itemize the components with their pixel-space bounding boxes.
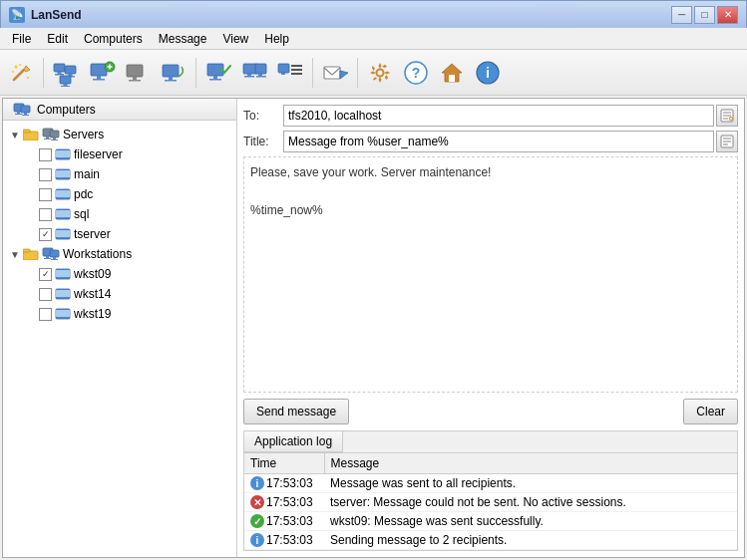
tree-item-main[interactable]: main	[3, 164, 236, 184]
title-icon-button[interactable]	[716, 131, 738, 152]
svg-rect-23	[129, 80, 141, 82]
toolbar: ? i	[0, 50, 747, 96]
settings-button[interactable]	[363, 55, 397, 91]
computers-tab[interactable]: Computers	[3, 99, 236, 121]
svg-rect-33	[255, 64, 266, 74]
svg-rect-41	[324, 67, 340, 79]
svg-rect-83	[56, 270, 70, 277]
monitor-list-button[interactable]	[273, 55, 307, 91]
svg-rect-31	[247, 74, 251, 76]
svg-rect-79	[50, 250, 59, 257]
svg-rect-17	[93, 79, 105, 81]
main-checkbox[interactable]	[39, 168, 52, 181]
svg-rect-51	[17, 112, 20, 114]
log-time-3: ✓ 17:53:03	[244, 512, 324, 531]
menu-edit[interactable]: Edit	[39, 30, 76, 48]
close-button[interactable]: ✕	[717, 6, 738, 24]
svg-rect-32	[244, 76, 254, 78]
wkst09-monitor-icon	[55, 268, 71, 280]
wkst19-checkbox[interactable]	[39, 308, 52, 321]
maximize-button[interactable]: □	[694, 6, 715, 24]
workstations-toggle[interactable]: ▼	[7, 246, 23, 262]
wkst19-label: wkst19	[74, 307, 111, 321]
home-button[interactable]	[435, 55, 469, 91]
svg-line-0	[14, 70, 24, 80]
log-icon-error-2: ✕	[250, 495, 264, 509]
message-area[interactable]: Please, save your work. Server maintenan…	[243, 156, 738, 393]
log-msg-4: Sending message to 2 recipients.	[324, 531, 737, 550]
svg-rect-25	[169, 77, 173, 80]
servers-folder-icon	[23, 129, 39, 140]
log-icon-info-4: i	[250, 533, 264, 547]
tree-workstations-group[interactable]: ▼ Workstations	[3, 244, 236, 264]
toolbar-sep-4	[357, 58, 358, 88]
tree-item-wkst19[interactable]: wkst19	[3, 304, 236, 324]
tree-servers-group[interactable]: ▼ Servers	[3, 125, 236, 144]
workstations-label: Workstations	[63, 247, 132, 261]
remove-computer-button[interactable]	[121, 55, 155, 91]
svg-point-5	[27, 77, 29, 79]
svg-rect-87	[56, 310, 70, 317]
servers-toggle[interactable]: ▼	[7, 127, 23, 142]
tree-item-sql[interactable]: sql	[3, 204, 236, 224]
new-group-button[interactable]	[49, 55, 83, 91]
menu-computers[interactable]: Computers	[76, 30, 151, 48]
table-row: ✕ 17:53:03 tserver: Message could not be…	[244, 493, 737, 512]
pdc-checkbox[interactable]	[39, 188, 52, 201]
wkst14-label: wkst14	[74, 287, 111, 301]
svg-rect-61	[50, 131, 59, 138]
svg-rect-47	[449, 75, 455, 82]
svg-rect-28	[213, 76, 217, 79]
table-row: ✓ 17:53:03 wkst09: Message was sent succ…	[244, 512, 737, 531]
svg-rect-22	[133, 77, 137, 80]
toolbar-sep-2	[195, 58, 196, 88]
help-button[interactable]: ?	[399, 55, 433, 91]
svg-point-2	[15, 65, 18, 68]
svg-rect-53	[21, 106, 30, 113]
send-message-toolbar-button[interactable]	[318, 55, 352, 91]
title-row: Title:	[243, 131, 738, 152]
monitor-arrow-button[interactable]	[237, 55, 271, 91]
tserver-checkbox[interactable]: ✓	[39, 228, 52, 241]
log-msg-2: tserver: Message could not be sent. No a…	[324, 493, 737, 512]
refresh-button[interactable]	[157, 55, 190, 91]
tree-item-wkst09[interactable]: ✓ wkst09	[3, 264, 236, 284]
app-log-tab[interactable]: Application log	[244, 431, 343, 452]
toolbar-sep-1	[43, 58, 44, 88]
send-message-button[interactable]: Send message	[243, 399, 349, 424]
tree-container[interactable]: ▼ Servers	[3, 121, 236, 557]
svg-rect-56	[23, 132, 38, 140]
log-tbody: i 17:53:03 Message was sent to all recip…	[244, 474, 737, 550]
menu-message[interactable]: Message	[151, 30, 215, 48]
title-input[interactable]	[283, 131, 714, 152]
wand-tool-button[interactable]	[4, 55, 38, 91]
sql-checkbox[interactable]	[39, 208, 52, 221]
title-bar: 📡 LanSend ─ □ ✕	[0, 0, 747, 28]
to-input[interactable]	[283, 105, 714, 127]
svg-rect-55	[22, 115, 29, 116]
menu-view[interactable]: View	[214, 30, 256, 48]
to-browse-button[interactable]	[716, 105, 738, 127]
svg-rect-60	[44, 139, 51, 140]
wkst09-checkbox[interactable]: ✓	[39, 268, 52, 281]
menu-file[interactable]: File	[4, 30, 39, 48]
info-button[interactable]: i	[471, 55, 505, 91]
tree-item-pdc[interactable]: pdc	[3, 184, 236, 204]
sql-monitor-icon	[55, 208, 71, 220]
svg-rect-29	[209, 79, 221, 81]
menu-help[interactable]: Help	[256, 30, 297, 48]
wkst14-checkbox[interactable]	[39, 288, 52, 301]
tree-item-fileserver[interactable]: fileserver	[3, 144, 236, 164]
svg-rect-34	[258, 74, 262, 76]
fileserver-checkbox[interactable]	[39, 148, 52, 161]
svg-rect-59	[46, 137, 49, 139]
clear-button[interactable]: Clear	[683, 399, 738, 424]
right-panel: To: Title:	[237, 99, 744, 557]
tree-item-tserver[interactable]: ✓ tserver	[3, 224, 236, 244]
tree-item-wkst14[interactable]: wkst14	[3, 284, 236, 304]
checked-monitor-button[interactable]	[201, 55, 235, 91]
minimize-button[interactable]: ─	[671, 6, 692, 24]
add-computer-button[interactable]	[85, 55, 119, 91]
svg-rect-67	[56, 170, 70, 177]
log-msg-1: Message was sent to all recipients.	[324, 474, 737, 493]
